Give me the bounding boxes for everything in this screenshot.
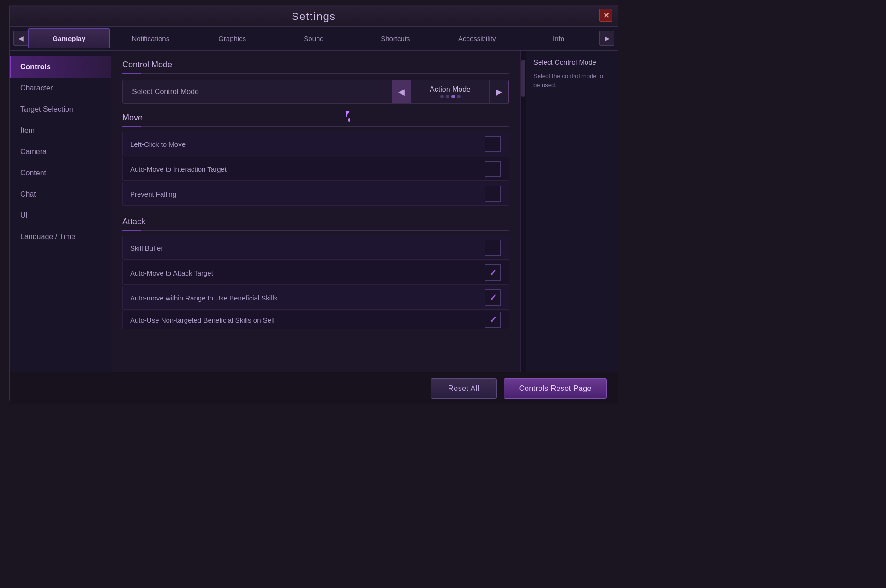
control-mode-right: Action Mode — [411, 85, 489, 98]
setting-label-auto-use: Auto-Use Non-targeted Beneficial Skills … — [130, 316, 485, 324]
mode-dots — [440, 95, 461, 98]
checkbox-auto-move-interaction[interactable] — [485, 161, 501, 177]
tab-accessibility[interactable]: Accessibility — [436, 28, 518, 48]
help-panel: Select Control Mode Select the control m… — [526, 51, 618, 372]
setting-label-auto-move-interaction: Auto-Move to Interaction Target — [130, 165, 485, 173]
mode-dot-3 — [451, 95, 455, 98]
control-mode-header: Control Mode — [122, 60, 509, 74]
mode-dot-2 — [446, 95, 449, 98]
checkbox-prevent-falling[interactable] — [485, 186, 501, 202]
move-section: Move Left-Click to Move Auto-Move to Int… — [122, 113, 509, 206]
checkbox-left-click[interactable] — [485, 136, 501, 152]
mode-dot-1 — [440, 95, 444, 98]
tab-gameplay[interactable]: Gameplay — [28, 28, 110, 48]
sidebar-item-content[interactable]: Content — [10, 162, 111, 184]
control-mode-value: Action Mode — [420, 85, 480, 94]
control-mode-row: Select Control Mode ◀ Action Mode ▶ — [122, 80, 509, 104]
attack-section: Attack Skill Buffer Auto-Move to Attack … — [122, 217, 509, 329]
tab-info[interactable]: Info — [518, 28, 599, 48]
tab-arrow-left[interactable]: ◀ — [13, 31, 28, 46]
setting-label-skill-buffer: Skill Buffer — [130, 244, 485, 252]
control-mode-label: Select Control Mode — [123, 88, 392, 96]
window-title: Settings — [10, 11, 618, 23]
control-mode-next-button[interactable]: ▶ — [489, 80, 509, 104]
mode-dot-4 — [457, 95, 461, 98]
sidebar-item-language-time[interactable]: Language / Time — [10, 226, 111, 247]
tab-notifications[interactable]: Notifications — [110, 28, 192, 48]
scroll-thumb[interactable] — [521, 60, 525, 97]
sidebar: Controls Character Target Selection Item… — [10, 51, 111, 372]
tab-shortcuts[interactable]: Shortcuts — [354, 28, 436, 48]
help-title: Select Control Mode — [533, 58, 611, 66]
reset-page-button[interactable]: Controls Reset Page — [504, 378, 607, 399]
sidebar-item-target-selection[interactable]: Target Selection — [10, 99, 111, 120]
setting-label-auto-move-attack: Auto-Move to Attack Target — [130, 269, 485, 277]
sidebar-item-camera[interactable]: Camera — [10, 141, 111, 162]
sidebar-item-character[interactable]: Character — [10, 78, 111, 99]
main-panel: Control Mode Select Control Mode ◀ Actio… — [111, 51, 520, 372]
setting-row-auto-move-interaction: Auto-Move to Interaction Target — [122, 157, 509, 181]
attack-header: Attack — [122, 217, 509, 231]
sidebar-item-chat[interactable]: Chat — [10, 184, 111, 205]
content-area: Controls Character Target Selection Item… — [10, 51, 618, 372]
reset-all-button[interactable]: Reset All — [431, 378, 497, 399]
bottom-bar: Reset All Controls Reset Page — [10, 372, 618, 404]
settings-window: Settings ✕ ◀ Gameplay Notifications Grap… — [9, 5, 618, 402]
help-description: Select the control mode to be used. — [533, 72, 611, 90]
setting-row-auto-move-range: Auto-move within Range to Use Beneficial… — [122, 286, 509, 310]
move-header: Move — [122, 113, 509, 127]
sidebar-item-ui[interactable]: UI — [10, 205, 111, 226]
setting-row-auto-use-partial: Auto-Use Non-targeted Beneficial Skills … — [122, 311, 509, 329]
checkbox-skill-buffer[interactable] — [485, 240, 501, 256]
setting-label-prevent-falling: Prevent Falling — [130, 190, 485, 198]
setting-row-prevent-falling: Prevent Falling — [122, 182, 509, 206]
checkbox-auto-move-range[interactable] — [485, 289, 501, 306]
control-mode-prev-button[interactable]: ◀ — [392, 80, 411, 104]
setting-label-auto-move-range: Auto-move within Range to Use Beneficial… — [130, 294, 485, 302]
tab-sound[interactable]: Sound — [273, 28, 355, 48]
close-button[interactable]: ✕ — [599, 9, 612, 22]
tab-graphics[interactable]: Graphics — [192, 28, 273, 48]
tab-arrow-right[interactable]: ▶ — [599, 31, 614, 46]
title-bar: Settings ✕ — [10, 5, 618, 27]
setting-row-auto-move-attack: Auto-Move to Attack Target — [122, 261, 509, 285]
tab-bar: ◀ Gameplay Notifications Graphics Sound … — [10, 27, 618, 51]
tabs-container: Gameplay Notifications Graphics Sound Sh… — [28, 27, 599, 50]
setting-label-left-click: Left-Click to Move — [130, 140, 485, 148]
sidebar-item-controls[interactable]: Controls — [10, 56, 111, 78]
setting-row-left-click: Left-Click to Move — [122, 132, 509, 156]
sidebar-item-item[interactable]: Item — [10, 120, 111, 141]
checkbox-auto-move-attack[interactable] — [485, 264, 501, 281]
setting-row-skill-buffer: Skill Buffer — [122, 236, 509, 260]
checkbox-auto-use[interactable] — [485, 312, 501, 328]
scroll-track[interactable] — [520, 51, 526, 372]
